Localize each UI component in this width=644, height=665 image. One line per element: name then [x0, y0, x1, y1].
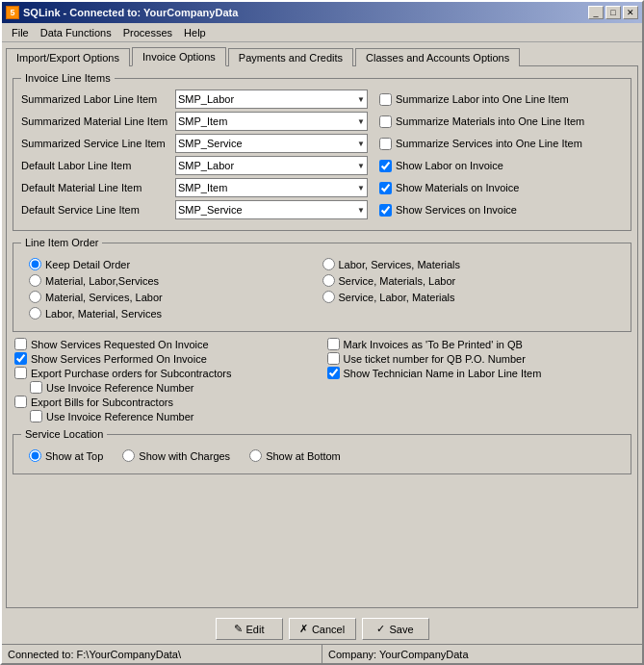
app-icon: 5 — [6, 6, 19, 19]
summarized-material-select[interactable]: SMP_Item — [175, 112, 368, 131]
show-services-performed-label[interactable]: Show Services Performed On Invoice — [14, 352, 318, 365]
status-connection: Connected to: F:\YourCompanyData\ — [2, 645, 322, 663]
menu-processes[interactable]: Processes — [117, 25, 178, 40]
use-invoice-ref-bills-checkbox[interactable] — [30, 410, 42, 422]
order-labor-material-label[interactable]: Labor, Material, Services — [29, 307, 322, 320]
summarize-material-checkbox[interactable] — [379, 115, 392, 128]
show-with-charges-label[interactable]: Show with Charges — [122, 449, 230, 462]
title-bar: 5 SQLink - Connected to: YourCompanyData… — [2, 2, 642, 23]
save-button[interactable]: ✓ Save — [362, 618, 429, 640]
close-button[interactable]: ✕ — [623, 6, 638, 19]
use-ticket-number-text: Use ticket number for QB P.O. Number — [344, 353, 526, 365]
show-technician-name-checkbox[interactable] — [327, 367, 340, 379]
show-with-charges-text: Show with Charges — [139, 450, 230, 462]
mark-invoices-label[interactable]: Mark Invoices as 'To Be Printed' in QB — [327, 338, 631, 350]
order-labor-services-label[interactable]: Labor, Services, Materials — [322, 258, 616, 270]
tab-import-export[interactable]: Import/Export Options — [6, 48, 130, 66]
show-at-top-label[interactable]: Show at Top — [29, 449, 103, 462]
show-service-checkbox[interactable] — [379, 204, 392, 217]
export-purchase-orders-label[interactable]: Export Purchase orders for Subcontractor… — [14, 367, 318, 379]
status-bar: Connected to: F:\YourCompanyData\ Compan… — [2, 644, 642, 663]
summarized-material-label: Summarized Material Line Item — [21, 115, 175, 127]
show-at-bottom-label[interactable]: Show at Bottom — [249, 449, 341, 462]
order-labor-services-text: Labor, Services, Materials — [339, 259, 461, 270]
mark-invoices-text: Mark Invoices as 'To Be Printed' in QB — [344, 339, 523, 350]
show-with-charges-radio[interactable] — [122, 449, 135, 462]
order-service-materials-label[interactable]: Service, Materials, Labor — [322, 274, 616, 287]
maximize-button[interactable]: □ — [605, 6, 621, 19]
export-purchase-orders-checkbox[interactable] — [14, 367, 27, 379]
bottom-buttons: ✎ Edit ✗ Cancel ✓ Save — [2, 612, 642, 644]
use-ticket-number-label[interactable]: Use ticket number for QB P.O. Number — [327, 352, 631, 365]
show-services-requested-label[interactable]: Show Services Requested On Invoice — [14, 338, 318, 350]
default-material-select[interactable]: SMP_Item — [175, 178, 368, 197]
minimize-button[interactable]: _ — [588, 6, 604, 19]
default-service-select[interactable]: SMP_Service — [175, 200, 368, 219]
service-location-group: Service Location Show at Top Show with C… — [13, 428, 631, 474]
invoice-line-items-legend: Invoice Line Items — [21, 72, 115, 84]
export-bills-checkbox[interactable] — [14, 396, 27, 408]
order-labor-services-radio[interactable] — [322, 258, 335, 270]
summarized-service-row: Summarized Service Line Item SMP_Service… — [21, 134, 623, 153]
show-services-performed-checkbox[interactable] — [14, 352, 27, 365]
summarized-service-select[interactable]: SMP_Service — [175, 134, 368, 153]
menu-bar: File Data Functions Processes Help — [2, 23, 642, 42]
order-material-labor-label[interactable]: Material, Labor,Services — [29, 274, 322, 287]
summarize-service-check-label[interactable]: Summarize Services into One Line Item — [379, 138, 582, 150]
main-window: 5 SQLink - Connected to: YourCompanyData… — [0, 0, 644, 665]
default-material-label: Default Material Line Item — [21, 182, 175, 193]
summarize-service-checkbox[interactable] — [379, 138, 392, 150]
order-service-labor-label[interactable]: Service, Labor, Materials — [322, 291, 616, 303]
summarized-service-label: Summarized Service Line Item — [21, 138, 175, 149]
tab-payments[interactable]: Payments and Credits — [228, 48, 353, 66]
order-keep-detail-radio[interactable] — [29, 258, 41, 270]
order-service-materials-radio[interactable] — [322, 274, 335, 287]
show-material-check-text: Show Materials on Invoice — [396, 182, 519, 193]
order-service-labor-radio[interactable] — [322, 291, 335, 303]
order-material-services-label[interactable]: Material, Services, Labor — [29, 291, 322, 303]
summarize-labor-check-label[interactable]: Summarize Labor into One Line Item — [379, 93, 569, 106]
content-area: Invoice Line Items Summarized Labor Line… — [6, 65, 638, 608]
export-bills-text: Export Bills for Subcontractors — [31, 396, 173, 408]
order-labor-material-radio[interactable] — [29, 307, 41, 320]
show-at-top-radio[interactable] — [29, 449, 41, 462]
menu-data-functions[interactable]: Data Functions — [35, 25, 117, 40]
order-labor-material-text: Labor, Material, Services — [45, 308, 162, 320]
menu-help[interactable]: Help — [178, 25, 212, 40]
tab-classes[interactable]: Classes and Accounts Options — [355, 48, 520, 66]
summarized-labor-select[interactable]: SMP_Labor — [175, 90, 368, 109]
order-material-services-radio[interactable] — [29, 291, 41, 303]
export-bills-label[interactable]: Export Bills for Subcontractors — [14, 396, 318, 408]
default-service-select-wrapper: SMP_Service — [175, 200, 368, 219]
use-ticket-number-checkbox[interactable] — [327, 352, 340, 365]
show-material-check-label[interactable]: Show Materials on Invoice — [379, 182, 519, 194]
mark-invoices-checkbox[interactable] — [327, 338, 340, 350]
tab-invoice-options[interactable]: Invoice Options — [132, 47, 226, 66]
show-material-checkbox[interactable] — [379, 182, 392, 194]
summarize-material-check-label[interactable]: Summarize Materials into One Line Item — [379, 115, 584, 128]
edit-button[interactable]: ✎ Edit — [216, 618, 283, 640]
default-labor-select[interactable]: SMP_Labor — [175, 156, 368, 175]
show-labor-check-label[interactable]: Show Labor on Invoice — [379, 160, 503, 172]
show-service-check-label[interactable]: Show Services on Invoice — [379, 204, 517, 217]
order-keep-detail-label[interactable]: Keep Detail Order — [29, 258, 322, 270]
additional-checkboxes: Show Services Requested On Invoice Mark … — [13, 338, 631, 422]
show-labor-check-text: Show Labor on Invoice — [396, 160, 503, 171]
show-technician-name-label[interactable]: Show Technician Name in Labor Line Item — [327, 367, 631, 379]
order-material-labor-radio[interactable] — [29, 274, 41, 287]
line-item-order-group: Line Item Order Keep Detail Order Labor,… — [13, 237, 631, 332]
use-invoice-ref-bills-label[interactable]: Use Invoice Reference Number — [14, 410, 318, 422]
cancel-button[interactable]: ✗ Cancel — [289, 618, 356, 640]
use-invoice-ref-purchase-checkbox[interactable] — [30, 381, 42, 394]
menu-file[interactable]: File — [6, 25, 35, 40]
show-at-bottom-radio[interactable] — [249, 449, 262, 462]
use-invoice-ref-purchase-text: Use Invoice Reference Number — [46, 382, 193, 394]
use-invoice-ref-purchase-label[interactable]: Use Invoice Reference Number — [14, 381, 318, 394]
save-label: Save — [389, 624, 413, 635]
invoice-line-items-group: Invoice Line Items Summarized Labor Line… — [13, 72, 631, 231]
default-service-label: Default Service Line Item — [21, 204, 175, 216]
show-labor-checkbox[interactable] — [379, 160, 392, 172]
summarize-labor-check-text: Summarize Labor into One Line Item — [396, 93, 569, 105]
summarize-labor-checkbox[interactable] — [379, 93, 392, 106]
show-services-requested-checkbox[interactable] — [14, 338, 27, 350]
